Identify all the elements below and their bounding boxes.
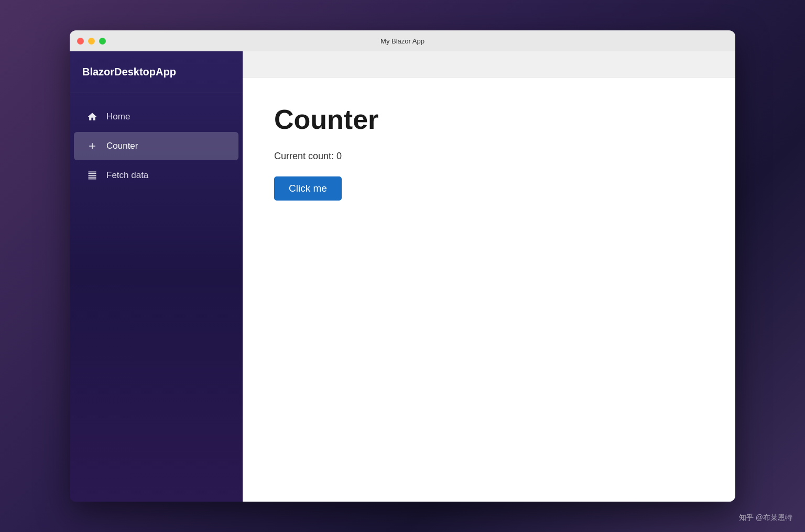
current-count-label: Current count: 0	[274, 151, 704, 162]
click-me-button[interactable]: Click me	[274, 176, 342, 201]
sidebar-item-counter[interactable]: Counter	[74, 132, 238, 160]
sidebar-nav: Home Counter	[70, 93, 243, 199]
sidebar-item-fetchdata-label: Fetch data	[106, 170, 148, 181]
titlebar: My Blazor App	[70, 30, 735, 51]
page-title: Counter	[274, 104, 704, 135]
close-button[interactable]	[77, 38, 84, 45]
window-title: My Blazor App	[380, 37, 425, 45]
main-header	[243, 51, 735, 77]
sidebar-item-home[interactable]: Home	[74, 103, 238, 131]
main-body: Counter Current count: 0 Click me	[243, 77, 735, 502]
table-icon	[86, 170, 98, 181]
maximize-button[interactable]	[99, 38, 106, 45]
minimize-button[interactable]	[88, 38, 95, 45]
app-body: BlazorDesktopApp Home	[70, 51, 735, 502]
plus-icon	[86, 140, 98, 152]
main-content: Counter Current count: 0 Click me	[243, 51, 735, 502]
home-icon	[86, 111, 98, 123]
brand-name: BlazorDesktopApp	[82, 66, 176, 77]
sidebar-item-home-label: Home	[106, 112, 130, 122]
app-window: My Blazor App BlazorDesktopApp Home	[70, 30, 735, 502]
sidebar-item-fetch-data[interactable]: Fetch data	[74, 161, 238, 190]
sidebar-header: BlazorDesktopApp	[70, 51, 243, 93]
watermark: 知乎 @布莱恩特	[739, 513, 792, 523]
sidebar: BlazorDesktopApp Home	[70, 51, 243, 502]
sidebar-item-counter-label: Counter	[106, 141, 138, 151]
window-controls	[77, 38, 106, 45]
